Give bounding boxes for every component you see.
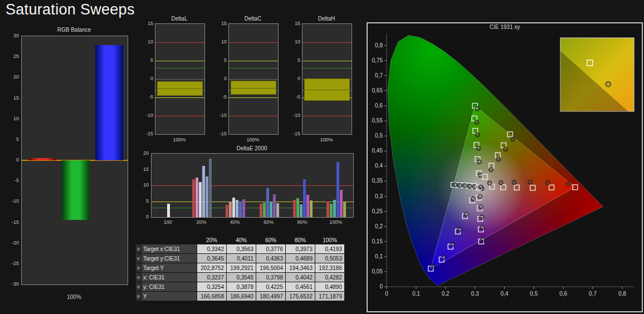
measured-marker [511,138,515,141]
rgb-y-tick: 5 [3,137,19,142]
table-cell: 166,6858 [197,292,226,301]
delta-e-plot [151,153,354,218]
reference-line [303,68,352,68]
rgb-y-tick: -20 [3,241,19,246]
deltae-bar [202,166,205,217]
delta-y-tick: 5 [143,58,153,63]
rgb-y-tick: 20 [3,75,19,80]
delta-y-tick: -10 [216,113,227,118]
measured-marker [475,120,479,124]
table-cell: 0,3776 [256,244,285,253]
reference-line [155,42,204,43]
table-cell: 202,8752 [197,263,226,272]
deltae-bar [263,203,266,217]
row-label: Target Y [142,263,197,272]
delta-c-title: DeltaC [228,16,277,22]
cie-y-tick: 0,05 [372,268,383,274]
cie-y-tick: 0,45 [372,148,383,154]
table-row: x: CIE310,32370,35450,37980,40420,4282 [136,273,344,282]
measured-marker [479,205,483,209]
table-cell: 0,5053 [315,254,344,263]
deltae-x-tick: 80% [289,220,316,225]
measured-marker [458,183,462,187]
row-indicator [136,263,141,272]
deltae-bar [260,204,262,217]
table-row: Target x:CIE310,33420,35630,37760,39730,… [136,244,344,253]
deltae-bar [206,176,208,218]
delta-h-plot [302,23,352,135]
table-cell: 0,3237 [197,273,226,282]
table-cell: 0,3645 [197,254,226,263]
delta-y-tick: -15 [143,131,153,136]
cie-y-tick: 0,75 [372,57,383,63]
reference-line [229,42,278,43]
measured-marker [480,215,484,219]
delta-l-title: DeltaL [155,16,204,22]
row-label: y: CIE31 [142,282,197,291]
measured-marker [566,182,570,186]
cie-x-tick: 0,3 [471,291,479,297]
measured-marker [463,184,467,188]
table-cell: 0,4042 [286,273,315,282]
delta-c-panel: DeltaC 100% 151050-5-10-15 [216,16,280,145]
cie-x-tick: 0,4 [500,291,508,297]
table-cell: 0,3254 [197,282,226,291]
deltae-bar [229,202,232,218]
cie-y-tick: 0,3 [375,193,383,199]
deltae-bar [326,202,329,218]
measured-marker [475,107,479,111]
cie-y-tick: 0,2 [375,223,383,229]
table-cell: 0,3342 [197,244,226,253]
delta-h-panel: DeltaH 100% 151050-5-10-15 [290,16,353,145]
deltae-y-tick: 0 [136,214,149,219]
delta-y-tick: 0 [143,76,153,81]
table-cell: 0,4561 [286,282,315,291]
measured-marker [458,228,462,232]
cie-y-tick: 0,4 [375,163,383,169]
deltae-bar [296,198,299,217]
cie-x-tick: 0,2 [442,291,450,297]
delta-y-tick: -10 [290,113,300,118]
deltae-bar [242,199,245,217]
table-header: 60% [256,236,285,244]
measured-marker [476,146,480,150]
rgb-y-tick: 0 [3,158,19,163]
deltae-bar [273,194,276,217]
page-title: Saturation Sweeps [6,1,135,18]
cie-y-tick: 0,15 [372,238,383,244]
cie-y-tick: 0,65 [372,87,383,94]
row-label: Y [142,292,197,301]
row-indicator [136,244,141,253]
rgb-balance-panel: RGB Balance 100% 302520151050-5-10-15-20… [3,26,128,303]
row-indicator [136,292,141,301]
reference-line [152,185,353,186]
measured-marker [512,180,516,184]
table-cell: 175,6532 [286,292,315,301]
measured-marker [504,147,508,151]
cie-y-tick: 0 [379,283,383,290]
cie-inset-zoom [560,38,634,111]
deltae-y-tick: 5 [136,199,149,204]
row-indicator [136,254,141,263]
cie-x-tick: 0,8 [618,291,626,297]
cie-x-tick: 0,7 [589,291,597,297]
reference-line [155,61,204,61]
delta-range-box [231,81,276,95]
rgb-balance-plot [21,36,128,285]
measured-marker [468,184,472,188]
measured-marker [528,180,532,184]
deltae-bar [196,178,198,217]
delta-y-tick: 10 [216,40,227,45]
cie-title: CIE 1931 xy [368,24,642,30]
table-row: y: CIE310,32540,38780,42250,45610,4890 [136,282,344,291]
rgb-y-tick: -30 [3,282,19,287]
table-row: Target y:CIE310,36450,40110,43630,46890,… [136,254,344,263]
deltae-bar [167,204,170,217]
red-bar [28,158,56,160]
deltae-bar [236,200,238,217]
table-cell: 0,4193 [315,244,344,253]
delta-y-tick: -15 [290,131,300,136]
cie-y-tick: 0,8 [375,42,383,48]
row-indicator [136,282,141,291]
table-cell: 171,1879 [315,292,344,301]
